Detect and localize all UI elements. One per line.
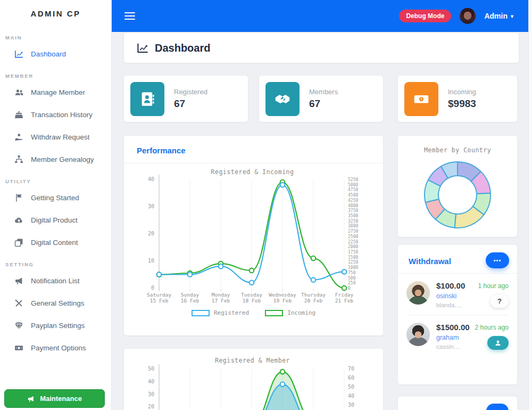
withdrawal-menu-button[interactable]: •••: [486, 252, 509, 268]
registered-member-card: Registered & Member010203040500102030405…: [124, 349, 383, 410]
stat-card-incoming: Incoming $9983: [398, 76, 517, 122]
withdrawal-email: blanda.leanne@...: [436, 302, 463, 308]
svg-text:30: 30: [348, 402, 354, 408]
chevron-down-icon: ▾: [511, 13, 513, 19]
stat-label: Registered: [174, 88, 207, 96]
performance-card: Performance Registered & Incoming0102030…: [124, 136, 383, 335]
cloud-upload-icon: [14, 216, 23, 225]
stat-value: 67: [309, 98, 338, 110]
donut-chart-title: Member by Country: [398, 136, 517, 154]
svg-text:40: 40: [148, 176, 154, 182]
admin-dropdown[interactable]: Admin ▾: [484, 12, 513, 20]
svg-text:1500: 1500: [348, 255, 358, 260]
legend-swatch-blue: [192, 310, 210, 316]
sidebar-item-notification-list[interactable]: Notification List: [0, 269, 111, 292]
sidebar-item-label: Withdraw Request: [31, 133, 89, 141]
sidebar-item-label: Member Genealogy: [31, 155, 94, 163]
svg-text:1250: 1250: [348, 260, 358, 265]
svg-text:19 Feb: 19 Feb: [273, 298, 292, 304]
svg-text:17 Feb: 17 Feb: [212, 298, 230, 304]
sidebar-item-member-genealogy[interactable]: Member Genealogy: [0, 148, 111, 170]
svg-text:2250: 2250: [348, 240, 358, 244]
svg-text:Monday: Monday: [212, 292, 230, 298]
stat-label: Incoming: [448, 88, 476, 96]
withdrawal-user-link[interactable]: osinski: [436, 292, 463, 300]
copy-icon: [14, 238, 23, 247]
user-action-button[interactable]: [487, 336, 509, 350]
svg-text:20 Feb: 20 Feb: [304, 298, 323, 304]
card-menu-button[interactable]: [486, 404, 509, 410]
sidebar-item-dashboard[interactable]: Dashboard: [0, 43, 111, 65]
sidebar-item-getting-started[interactable]: Getting Started: [0, 186, 111, 209]
user-avatar[interactable]: [460, 8, 476, 24]
sidebar: ADMIN CP MAIN Dashboard MEMBER Manage Me…: [0, 0, 112, 410]
question-badge[interactable]: ?: [491, 294, 509, 308]
maintenance-button[interactable]: Maintenance: [4, 389, 105, 408]
performance-heading: Performance: [124, 136, 383, 163]
sidebar-item-payment-options[interactable]: Payment Options: [0, 337, 111, 359]
withdrawal-time: 2 hours ago: [469, 324, 509, 331]
sidebar-item-digital-product[interactable]: Digital Product: [0, 209, 111, 231]
sidebar-item-label: Transaction History: [31, 111, 93, 119]
svg-text:3000: 3000: [348, 224, 358, 228]
performance-line-chart: Registered & Incoming0102030400250500750…: [131, 167, 373, 306]
money-check-icon: [14, 110, 23, 119]
hamburger-menu-icon[interactable]: [124, 12, 135, 20]
sidebar-item-manage-member[interactable]: Manage Member: [0, 81, 111, 103]
legend-item-incoming: Incoming: [265, 309, 315, 316]
svg-text:21 Feb: 21 Feb: [335, 298, 354, 304]
top-navbar: Debug Mode Admin ▾: [112, 0, 528, 32]
svg-text:50: 50: [348, 384, 354, 390]
svg-text:5250: 5250: [348, 177, 358, 182]
page-scrollbar[interactable]: [528, 0, 532, 410]
svg-text:16 Feb: 16 Feb: [181, 298, 200, 304]
svg-text:2000: 2000: [348, 244, 358, 249]
debug-mode-badge[interactable]: Debug Mode: [399, 10, 451, 22]
sidebar-item-withdraw-request[interactable]: Withdraw Request: [0, 126, 111, 148]
svg-text:15 Feb: 15 Feb: [150, 298, 169, 304]
withdrawal-entry: $100.00 osinski blanda.leanne@... 1 hour…: [398, 274, 517, 315]
admin-label: Admin: [484, 12, 508, 20]
chart-legend: Registered Incoming: [131, 309, 376, 316]
svg-text:30: 30: [148, 391, 154, 397]
svg-text:30: 30: [148, 203, 154, 209]
sidebar-item-label: General Settings: [31, 299, 85, 307]
sidebar-item-payplan-settings[interactable]: Payplan Settings: [0, 314, 111, 337]
svg-text:70: 70: [348, 366, 354, 372]
svg-text:Registered & Member: Registered & Member: [215, 357, 290, 364]
flag-icon: [14, 193, 23, 202]
svg-text:20: 20: [148, 404, 154, 409]
avatar[interactable]: [406, 323, 430, 346]
svg-text:0: 0: [348, 286, 351, 291]
member-by-country-donut-chart: [418, 155, 497, 235]
stat-value: $9983: [448, 98, 476, 110]
sidebar-item-transaction-history[interactable]: Transaction History: [0, 103, 111, 126]
registered-member-area-chart: Registered & Member010203040500102030405…: [131, 355, 373, 410]
sidebar-item-label: Getting Started: [31, 194, 79, 202]
withdrawal-user-link[interactable]: graham: [436, 334, 463, 341]
gem-icon: [14, 321, 23, 330]
legend-label: Registered: [214, 309, 249, 316]
svg-text:40: 40: [348, 393, 354, 399]
sidebar-item-digital-content[interactable]: Digital Content: [0, 231, 111, 253]
legend-item-registered: Registered: [192, 309, 249, 316]
stat-value: 67: [174, 98, 207, 110]
svg-text:60: 60: [348, 375, 354, 381]
money-bill-icon: [14, 343, 23, 352]
sidebar-item-general-settings[interactable]: General Settings: [0, 292, 111, 314]
svg-text:Thursday: Thursday: [301, 292, 326, 298]
withdrawal-card: Withdrawal ••• $100.00 osinski blanda.le…: [398, 245, 517, 384]
svg-text:Friday: Friday: [335, 292, 354, 298]
member-by-country-card: Member by Country: [398, 136, 517, 237]
withdrawal-email: cassin.grayson...: [436, 343, 463, 350]
svg-text:3750: 3750: [348, 208, 358, 213]
legend-label: Incoming: [287, 309, 315, 316]
svg-text:2500: 2500: [348, 234, 358, 239]
svg-text:5000: 5000: [348, 183, 358, 187]
section-label-utility: UTILITY: [5, 178, 111, 184]
avatar[interactable]: [406, 281, 430, 305]
svg-text:18 Feb: 18 Feb: [243, 298, 261, 304]
svg-text:500: 500: [348, 276, 356, 281]
sidebar-item-label: Manage Member: [31, 88, 85, 96]
svg-text:4750: 4750: [348, 187, 358, 192]
